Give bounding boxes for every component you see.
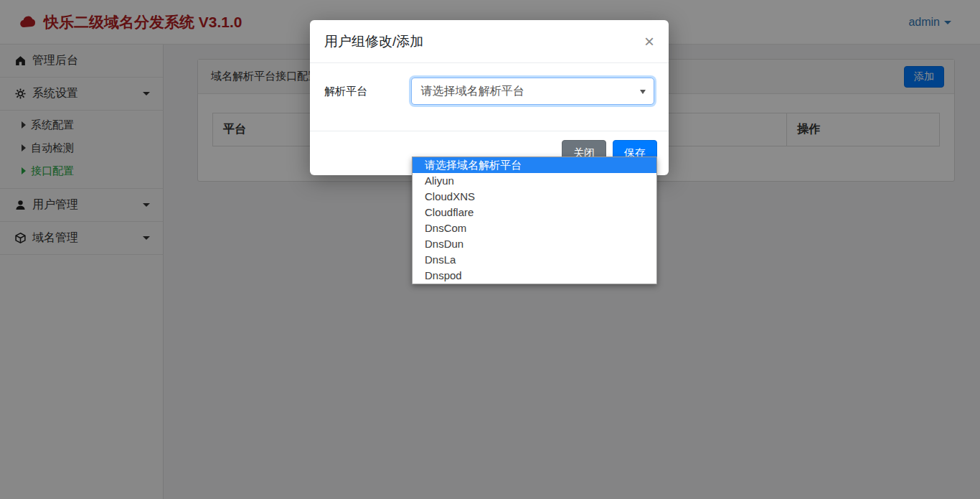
dropdown-option[interactable]: DnsCom [413, 220, 656, 236]
dropdown-option[interactable]: Cloudflare [413, 205, 656, 220]
dropdown-option[interactable]: Aliyun [413, 173, 656, 189]
dropdown-option[interactable]: CloudXNS [413, 189, 656, 205]
dropdown-option[interactable]: DnsDun [413, 236, 656, 252]
resolve-platform-label: 解析平台 [324, 85, 411, 98]
modal-body: 解析平台 请选择域名解析平台 [310, 63, 669, 131]
modal-title: 用户组修改/添加 [324, 32, 423, 51]
modal-header: 用户组修改/添加 × [310, 20, 669, 63]
select-arrow-icon [640, 90, 646, 94]
dropdown-option[interactable]: DnsLa [413, 252, 656, 268]
platform-select[interactable]: 请选择域名解析平台 [411, 78, 654, 105]
user-group-modal: 用户组修改/添加 × 解析平台 请选择域名解析平台 关闭 保存 [310, 20, 669, 175]
platform-select-dropdown: 请选择域名解析平台 Aliyun CloudXNS Cloudflare Dns… [412, 157, 657, 284]
dropdown-option[interactable]: Dnspod [413, 268, 656, 284]
select-value: 请选择域名解析平台 [421, 84, 524, 99]
close-icon[interactable]: × [644, 33, 654, 50]
dropdown-option[interactable]: 请选择域名解析平台 [413, 157, 656, 173]
